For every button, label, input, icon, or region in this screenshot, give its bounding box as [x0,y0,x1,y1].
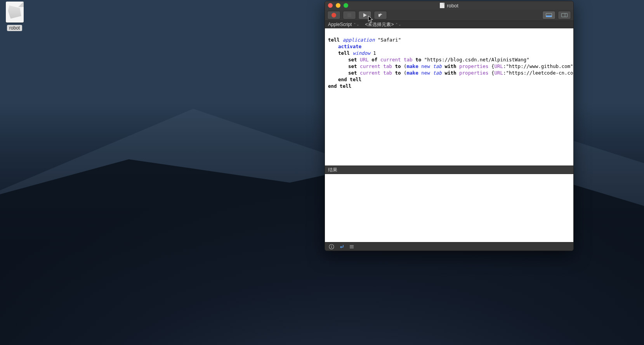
code-line-6: set current tab to (make new tab with pr… [328,70,573,76]
language-label: AppleScript [328,22,352,27]
svg-rect-5 [350,246,354,247]
code-line-3: tell window 1 [328,50,376,56]
desktop-file-label: robot [7,25,22,31]
result-pane-header: 结果 [325,166,573,174]
return-icon [339,244,344,249]
compile-button[interactable] [374,11,387,19]
list-icon [349,244,354,249]
status-bar [325,242,573,251]
script-file-icon [6,2,24,23]
result-pane[interactable] [325,174,573,242]
code-line-2: activate [328,44,361,49]
code-line-7: end tell [328,77,361,82]
code-line-1: tell application "Safari" [328,37,401,43]
code-line-4: set URL of current tab to "https://blog.… [328,57,529,63]
record-button[interactable] [327,11,340,19]
window-title-text: robot [447,3,458,9]
element-picker[interactable]: <未选择元素> ⌃⌄ [365,21,401,28]
description-tab-button[interactable] [329,244,334,249]
log-tab-button[interactable] [349,244,354,249]
chevron-updown-icon: ⌃⌄ [353,23,359,26]
info-icon [329,244,334,249]
script-editor-window: robot AppleScript ⌃⌄ <未选择元素> ⌃⌄ tell [325,1,574,251]
result-header-label: 结果 [328,167,337,173]
run-button[interactable] [358,11,371,19]
window-title: robot [325,3,573,9]
code-line-5: set current tab to (make new tab with pr… [328,63,573,69]
document-icon [440,3,444,8]
code-line-8: end tell [328,83,351,89]
split-view-icon [561,13,568,17]
svg-rect-3 [331,245,332,246]
show-result-view-button[interactable] [542,11,555,19]
stop-icon [347,13,351,17]
result-view-icon [546,13,552,17]
chevron-updown-icon: ⌃⌄ [395,23,401,26]
language-picker[interactable]: AppleScript ⌃⌄ [328,22,359,27]
svg-rect-4 [350,245,354,246]
result-tab-button[interactable] [339,244,344,249]
show-log-view-button[interactable] [558,11,571,19]
toolbar [325,10,573,21]
record-icon [332,13,336,17]
applescript-scroll-glyph [8,5,21,19]
svg-rect-6 [350,247,354,248]
window-titlebar[interactable]: robot [325,1,573,10]
play-icon [363,13,367,17]
desktop-file-robot[interactable]: robot [4,2,25,31]
navigation-bar: AppleScript ⌃⌄ <未选择元素> ⌃⌄ [325,21,573,28]
element-label: <未选择元素> [365,21,394,28]
stop-button[interactable] [343,11,356,19]
svg-rect-2 [331,246,332,248]
code-editor[interactable]: tell application "Safari" activate tell … [325,28,573,166]
hammer-icon [378,13,383,17]
svg-marker-0 [363,13,367,17]
